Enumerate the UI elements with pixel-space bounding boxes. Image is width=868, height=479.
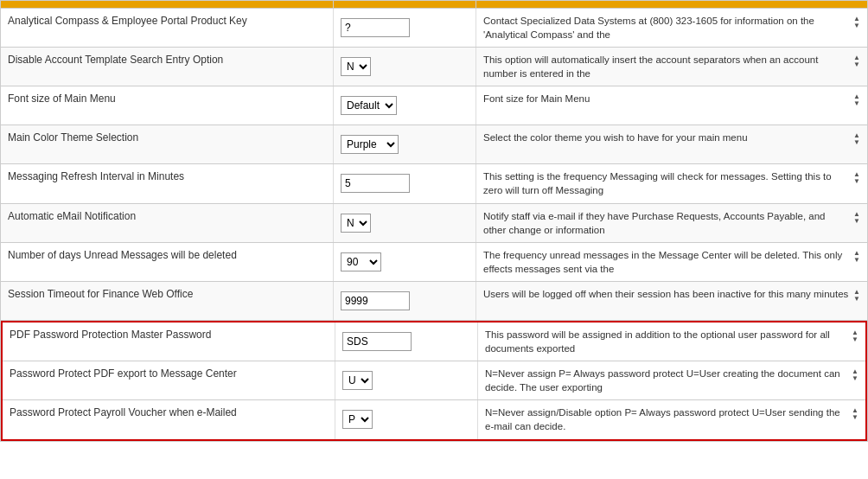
table-header [1,1,867,9]
row-desc-cell: N=Never assign P= Always password protec… [478,361,865,399]
row-value-cell: NPU [335,361,478,399]
row-desc-cell: Users will be logged off when their sess… [476,282,867,320]
row-value-cell: PurpleBlueGreenRedOrange [334,125,476,163]
row-description: Font size for Main Menu [483,92,850,105]
row-value-cell: NY [334,48,476,86]
table-row: Password Protect Payroll Voucher when e-… [3,400,865,438]
scroll-indicator[interactable]: ▲▼ [853,169,860,185]
scroll-down-arrow[interactable]: ▼ [853,218,860,225]
row-label: PDF Password Protection Master Password [10,328,211,342]
regular-rows-container: Analytical Compass & Employee Portal Pro… [1,9,867,321]
scroll-indicator[interactable]: ▲▼ [852,367,858,382]
row-description: Notify staff via e-mail if they have Pur… [483,209,850,237]
table-row: Font size of Main MenuDefaultSmallLargeF… [1,86,867,125]
row-description: This setting is the frequency Messaging … [483,169,850,197]
row-value-cell: NY [334,204,476,242]
row-label: Password Protect PDF export to Message C… [10,367,237,381]
row-description: N=Never assign/Disable option P= Always … [485,406,848,433]
row-value-cell [334,164,476,202]
automatic-email-select[interactable]: NY [341,214,371,233]
row-desc-cell: Font size for Main Menu▲▼ [476,86,867,125]
header-col3 [476,1,867,8]
row-value-cell: 306090120180 [334,243,476,281]
pdf-password-master-input[interactable] [342,332,412,351]
row-description: The frequency unread messages in the Mes… [483,248,850,276]
highlighted-rows-group: PDF Password Protection Master PasswordT… [1,321,867,441]
scroll-down-arrow[interactable]: ▼ [853,257,860,264]
scroll-indicator[interactable]: ▲▼ [853,209,860,225]
scroll-indicator[interactable]: ▲▼ [852,406,858,421]
row-description: Users will be logged off when their sess… [483,287,850,301]
row-label: Password Protect Payroll Voucher when e-… [10,406,237,420]
scroll-down-arrow[interactable]: ▼ [853,61,860,68]
header-col1 [1,1,334,8]
row-description: This password will be assigned in additi… [485,328,848,355]
row-label: Number of days Unread Messages will be d… [8,248,237,263]
scroll-indicator[interactable]: ▲▼ [853,131,860,146]
table-row: Disable Account Template Search Entry Op… [1,48,867,86]
scroll-down-arrow[interactable]: ▼ [852,375,858,382]
header-col2 [334,1,476,8]
row-label: Messaging Refresh Interval in Minutes [8,169,184,184]
table-row: Password Protect PDF export to Message C… [3,361,865,400]
font-size-main-menu-select[interactable]: DefaultSmallLarge [341,96,397,115]
scroll-indicator[interactable]: ▲▼ [852,328,858,343]
row-value-cell [334,282,476,320]
table-row: Number of days Unread Messages will be d… [1,243,867,282]
row-desc-cell: Contact Specialized Data Systems at (800… [476,9,867,47]
row-label-cell: Disable Account Template Search Entry Op… [1,48,334,86]
analytical-compass-input[interactable] [341,18,410,37]
scroll-indicator[interactable]: ▲▼ [853,92,860,107]
row-label: Font size of Main Menu [8,92,116,106]
row-label: Automatic eMail Notification [8,209,136,224]
scroll-down-arrow[interactable]: ▼ [853,22,860,29]
row-value-cell: DefaultSmallLarge [334,86,476,125]
disable-account-template-select[interactable]: NY [341,57,371,76]
scroll-indicator[interactable]: ▲▼ [853,287,860,303]
row-label-cell: Password Protect PDF export to Message C… [3,361,335,399]
scroll-down-arrow[interactable]: ▼ [853,100,860,107]
row-label-cell: Analytical Compass & Employee Portal Pro… [1,9,334,47]
row-value-cell [334,9,476,47]
row-description: N=Never assign P= Always password protec… [485,367,848,394]
row-desc-cell: N=Never assign/Disable option P= Always … [478,400,865,438]
row-label: Analytical Compass & Employee Portal Pro… [8,14,247,29]
scroll-down-arrow[interactable]: ▼ [852,414,858,421]
row-label-cell: Automatic eMail Notification [1,204,334,242]
row-desc-cell: This option will automatically insert th… [476,48,867,86]
row-desc-cell: The frequency unread messages in the Mes… [476,243,867,281]
row-desc-cell: This password will be assigned in additi… [478,323,865,361]
row-label-cell: Number of days Unread Messages will be d… [1,243,334,281]
unread-messages-days-select[interactable]: 306090120180 [341,252,381,271]
row-label: Disable Account Template Search Entry Op… [8,53,223,67]
scroll-down-arrow[interactable]: ▼ [853,296,860,303]
row-label-cell: PDF Password Protection Master Password [3,323,335,361]
password-protect-pdf-select[interactable]: NPU [342,371,373,390]
scroll-indicator[interactable]: ▲▼ [853,53,860,68]
row-desc-cell: This setting is the frequency Messaging … [476,164,867,202]
row-value-cell [335,323,478,361]
row-description: Select the color theme you wish to have … [483,131,850,144]
row-label-cell: Font size of Main Menu [1,86,334,125]
scroll-down-arrow[interactable]: ▼ [852,336,858,343]
row-desc-cell: Select the color theme you wish to have … [476,125,867,163]
row-label-cell: Main Color Theme Selection [1,125,334,163]
table-row: Analytical Compass & Employee Portal Pro… [1,9,867,48]
main-color-theme-select[interactable]: PurpleBlueGreenRedOrange [341,135,399,154]
scroll-indicator[interactable]: ▲▼ [853,14,860,29]
table-row: Session Timeout for Finance Web OfficeUs… [1,282,867,321]
table-row: PDF Password Protection Master PasswordT… [3,323,865,361]
row-label: Session Timeout for Finance Web Office [8,287,193,302]
scroll-down-arrow[interactable]: ▼ [853,178,860,185]
scroll-down-arrow[interactable]: ▼ [853,139,860,146]
row-value-cell: NPU [335,400,478,438]
table-row: Messaging Refresh Interval in MinutesThi… [1,164,867,203]
table-row: Automatic eMail NotificationNYNotify sta… [1,204,867,243]
password-protect-payroll-select[interactable]: NPU [342,410,373,429]
messaging-refresh-input[interactable] [341,174,410,193]
row-label: Main Color Theme Selection [8,131,138,145]
row-label-cell: Messaging Refresh Interval in Minutes [1,164,334,202]
scroll-indicator[interactable]: ▲▼ [853,248,860,264]
session-timeout-input[interactable] [341,291,410,310]
row-description: This option will automatically insert th… [483,53,850,80]
